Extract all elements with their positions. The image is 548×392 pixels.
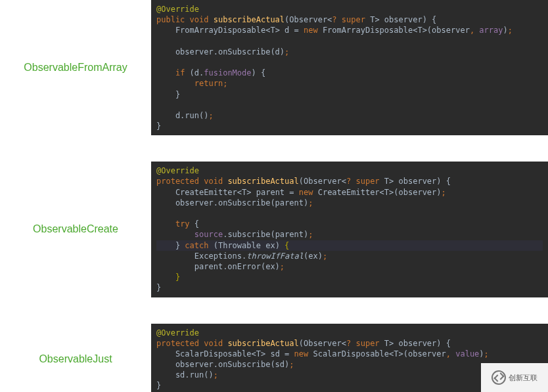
- watermark: 创新互联: [481, 363, 548, 392]
- label-observable-create: ObservableCreate: [0, 223, 151, 235]
- watermark-logo-icon: [491, 370, 506, 385]
- watermark-text: 创新互联: [509, 374, 537, 381]
- content-container: ObservableFromArray @Override public voi…: [0, 0, 548, 392]
- code-observable-create: @Override protected void subscribeActual…: [151, 162, 548, 297]
- label-observable-from-array: ObservableFromArray: [0, 62, 151, 74]
- code-text-1: @Override protected void subscribeActual…: [156, 165, 543, 293]
- code-observable-from-array: @Override public void subscribeActual(Ob…: [151, 0, 548, 135]
- label-observable-just: ObservableJust: [0, 353, 151, 365]
- block-observable-create: ObservableCreate @Override protected voi…: [0, 162, 548, 297]
- block-observable-from-array: ObservableFromArray @Override public voi…: [0, 0, 548, 135]
- code-text-0: @Override public void subscribeActual(Ob…: [156, 4, 543, 131]
- block-observable-just: ObservableJust @Override protected void …: [0, 324, 548, 393]
